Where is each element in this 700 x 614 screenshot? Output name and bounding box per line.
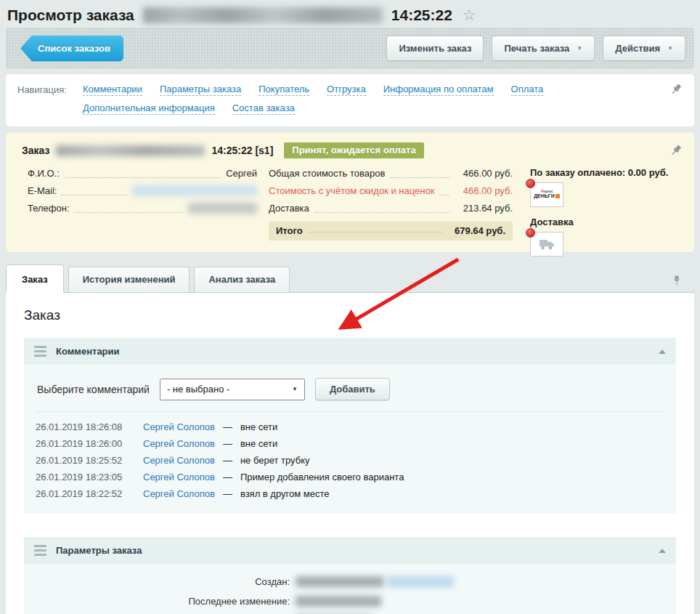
dotted-leader bbox=[62, 195, 127, 195]
order-summary-header: Заказ 14:25:22 [s1] Принят, ожидается оп… bbox=[22, 142, 683, 158]
page-title: Просмотр заказа bbox=[7, 7, 134, 24]
page-header: Просмотр заказа 14:25:22 ☆ bbox=[0, 0, 700, 26]
comment-author-link[interactable]: Сергей Солопов bbox=[143, 472, 215, 482]
chevron-down-icon: ▼ bbox=[577, 45, 582, 52]
nav-link[interactable]: Параметры заказа bbox=[160, 84, 241, 96]
back-to-orders-button[interactable]: Список заказов bbox=[20, 36, 123, 62]
comment-date: 26.01.2019 18:26:08 bbox=[36, 421, 143, 432]
status-badge: Принят, ожидается оплата bbox=[284, 142, 423, 158]
param-row-site: Сайт: bbox=[36, 611, 664, 614]
comments-section-body: Выберите комментарий - не выбрано - ▼ До… bbox=[24, 365, 676, 514]
comment-controls: Выберите комментарий - не выбрано - ▼ До… bbox=[37, 378, 664, 400]
navigation-label: Навигация: bbox=[17, 84, 83, 121]
comment-row: 26.01.2019 18:22:52 Сергей Солопов — взя… bbox=[36, 485, 664, 502]
delivery-status-dot-icon bbox=[526, 228, 535, 238]
collapse-arrow-icon[interactable] bbox=[659, 350, 666, 354]
order-summary-panel: Заказ 14:25:22 [s1] Принят, ожидается оп… bbox=[6, 132, 694, 252]
select-comment-label: Выберите комментарий bbox=[37, 384, 150, 395]
pushpin-icon[interactable] bbox=[670, 83, 683, 96]
nav-link[interactable]: Комментарии bbox=[83, 84, 142, 96]
order-time: 14:25:22 [s1] bbox=[211, 145, 273, 156]
print-order-button[interactable]: Печать заказа ▼ bbox=[492, 36, 595, 61]
order-time: 14:25:22 bbox=[391, 7, 452, 24]
comment-author-link[interactable]: Сергей Солопов bbox=[143, 488, 215, 499]
cost-row: Общая стоимость товаров 466.00 руб. bbox=[269, 164, 513, 182]
nav-link[interactable]: Покупатель bbox=[259, 84, 309, 96]
comment-text: вне сети bbox=[240, 421, 277, 432]
content-heading: Заказ bbox=[24, 307, 681, 323]
comment-author-link[interactable]: Сергей Солопов bbox=[143, 421, 215, 432]
comment-row: 26.01.2019 18:26:08 Сергей Солопов — вне… bbox=[36, 419, 664, 435]
dotted-leader bbox=[439, 195, 449, 195]
modified-date-redacted bbox=[296, 596, 381, 607]
customer-fields: Ф.И.О.: Сергей E-Mail: Телефон: bbox=[17, 164, 257, 256]
tab-order-analysis[interactable]: Анализ заказа bbox=[194, 267, 290, 292]
field-row-fio: Ф.И.О.: Сергей bbox=[28, 164, 257, 182]
tab-bar: Заказ История изменений Анализ заказа bbox=[6, 262, 694, 292]
comment-author-link[interactable]: Сергей Солопов bbox=[143, 438, 215, 449]
comment-dash: — bbox=[223, 421, 232, 432]
order-params-section-header[interactable]: Параметры заказа bbox=[24, 537, 676, 564]
order-view-page: Просмотр заказа 14:25:22 ☆ Список заказо… bbox=[0, 0, 700, 614]
wallet-icon bbox=[555, 194, 560, 198]
dotted-leader bbox=[390, 177, 449, 178]
cost-summary: Общая стоимость товаров 466.00 руб. Стои… bbox=[269, 164, 513, 256]
param-row-created: Создан: bbox=[36, 572, 664, 591]
nav-link[interactable]: Отгрузка bbox=[327, 84, 366, 96]
order-params-section-body: Создан: Последнее изменение: Сайт: bbox=[24, 564, 676, 614]
cost-row-delivery: Доставка 213.64 руб. bbox=[269, 199, 513, 217]
comment-select[interactable]: - не выбрано - ▼ bbox=[160, 379, 305, 400]
comment-author-link[interactable]: Сергей Солопов bbox=[143, 455, 215, 466]
order-label: Заказ bbox=[22, 145, 49, 156]
nav-link[interactable]: Информация по оплатам bbox=[383, 84, 494, 96]
delivery-label: Доставка bbox=[530, 217, 683, 227]
paid-amount: По заказу оплачено: 0.00 руб. bbox=[530, 167, 683, 178]
order-number-redacted bbox=[56, 145, 205, 156]
chevron-down-icon: ▼ bbox=[667, 45, 673, 52]
comment-dash: — bbox=[223, 455, 232, 466]
dotted-leader bbox=[314, 212, 449, 213]
fio-value: Сергей bbox=[226, 168, 257, 179]
dotted-leader bbox=[65, 177, 221, 178]
order-params-section: Параметры заказа Создан: Последнее измен… bbox=[24, 537, 676, 614]
nav-link[interactable]: Оплата bbox=[511, 84, 544, 96]
comment-date: 26.01.2019 18:22:52 bbox=[36, 488, 143, 499]
cost-row-discounted: Стоимость с учётом скидок и наценок 466.… bbox=[269, 182, 513, 199]
add-comment-button[interactable]: Добавить bbox=[315, 378, 390, 400]
comment-text: Пример добавления своего варианта bbox=[240, 472, 404, 482]
order-tab-content: Заказ Комментарии Выберите комментарий -… bbox=[6, 292, 694, 614]
comment-row: 26.01.2019 18:26:00 Сергей Солопов — вне… bbox=[36, 435, 664, 452]
favorite-star-icon[interactable]: ☆ bbox=[463, 7, 476, 23]
pin-icon[interactable] bbox=[671, 275, 683, 286]
comment-text: взял в другом месте bbox=[240, 488, 330, 499]
collapse-arrow-icon[interactable] bbox=[659, 549, 666, 553]
comment-text: вне сети bbox=[240, 438, 277, 449]
comment-date: 26.01.2019 18:26:00 bbox=[36, 438, 143, 449]
payment-delivery-status: По заказу оплачено: 0.00 руб. Яндекс ДЕН… bbox=[513, 164, 683, 256]
payment-method-yandex-money[interactable]: Яндекс ДЕНЬГИ bbox=[530, 182, 563, 207]
dotted-leader bbox=[308, 232, 442, 233]
comment-text: не берет трубку bbox=[240, 455, 310, 466]
comment-row: 26.01.2019 18:23:05 Сергей Солопов — При… bbox=[36, 469, 664, 485]
drag-handle-icon[interactable] bbox=[34, 545, 46, 556]
nav-link[interactable]: Дополнительная информация bbox=[83, 102, 215, 115]
field-row-email: E-Mail: bbox=[28, 182, 257, 199]
tab-order[interactable]: Заказ bbox=[6, 264, 64, 293]
comment-date: 26.01.2019 18:23:05 bbox=[36, 472, 143, 482]
toolbar-actions: Изменить заказ Печать заказа ▼ Действия … bbox=[386, 36, 685, 61]
toolbar: Список заказов Изменить заказ Печать зак… bbox=[6, 28, 694, 69]
tab-change-history[interactable]: История изменений bbox=[68, 267, 190, 292]
created-by-redacted bbox=[387, 576, 454, 587]
pushpin-icon[interactable] bbox=[670, 144, 683, 157]
edit-order-button[interactable]: Изменить заказ bbox=[386, 36, 484, 61]
actions-button[interactable]: Действия ▼ bbox=[603, 36, 685, 61]
nav-link[interactable]: Состав заказа bbox=[232, 102, 295, 115]
delivery-service-box[interactable] bbox=[530, 232, 563, 256]
comment-date: 26.01.2019 18:25:52 bbox=[36, 455, 143, 466]
comments-section-header[interactable]: Комментарии bbox=[24, 338, 676, 365]
dotted-leader bbox=[75, 212, 183, 213]
drag-handle-icon[interactable] bbox=[34, 346, 46, 357]
comment-list: 26.01.2019 18:26:08 Сергей Солопов — вне… bbox=[36, 411, 664, 502]
navigation-panel: Навигация: КомментарииПараметры заказаПо… bbox=[6, 74, 694, 126]
phone-value-redacted bbox=[188, 203, 257, 214]
